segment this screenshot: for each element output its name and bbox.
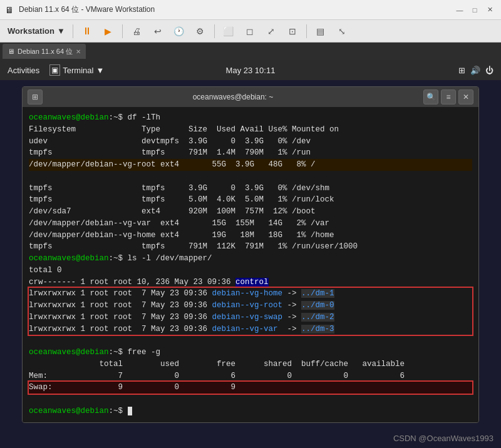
activities-button[interactable]: Activities bbox=[8, 66, 39, 75]
terminal-body[interactable]: oceanwaves@debian:~$ df -lTh Filesystem … bbox=[23, 107, 478, 422]
ls-total: total 0 bbox=[29, 266, 62, 275]
df-row-sda7: /dev/sda7 ext4 920M 100M 757M 12% /boot bbox=[29, 207, 316, 216]
minimize-button[interactable]: — bbox=[453, 4, 466, 16]
cursor-block bbox=[128, 407, 133, 415]
prompt-2: oceanwaves@debian bbox=[29, 254, 109, 263]
terminal-right-buttons: 🔍 ≡ ✕ bbox=[423, 89, 473, 104]
close-icon: ✕ bbox=[463, 93, 469, 101]
link-var: debian--vg-var bbox=[212, 325, 278, 333]
toolbar-separator-4 bbox=[306, 24, 307, 38]
terminal-dropdown-icon: ▼ bbox=[96, 66, 104, 75]
terminal-close-button[interactable]: ✕ bbox=[458, 89, 473, 104]
link-home: debian--vg-home bbox=[212, 289, 283, 298]
revert-button[interactable]: ↩ bbox=[149, 23, 167, 40]
vmware-toolbar: Workstation ▼ ⏸ ▶ 🖨 ↩ 🕐 ⚙ ⬜ ◻ ⤢ ⊡ ▤ ⤡ bbox=[0, 20, 501, 43]
terminal-titlebar: ⊞ oceanwaves@debian: ~ 🔍 ≡ ✕ bbox=[23, 87, 478, 107]
df-row-var: /dev/mapper/debian--vg-var ext4 15G 155M… bbox=[29, 219, 329, 228]
target-root: ../dm-0 bbox=[301, 301, 334, 310]
target-home: ../dm-1 bbox=[301, 289, 334, 298]
target-swap: ../dm-2 bbox=[301, 313, 334, 322]
terminal-menu-button[interactable]: ≡ bbox=[441, 89, 456, 104]
power-icon[interactable]: ⏻ bbox=[485, 66, 493, 75]
desktop-topbar-wrapper: Activities ▣ Terminal ▼ May 23 10:11 ⊞ 🔊… bbox=[0, 60, 501, 80]
pause-icon: ⏸ bbox=[82, 26, 92, 37]
hamburger-icon: ≡ bbox=[446, 93, 450, 101]
fullscreen-button[interactable]: ⬜ bbox=[220, 23, 237, 40]
fit-icon: ⤢ bbox=[267, 26, 275, 36]
cmd-free: free -g bbox=[128, 348, 161, 357]
vm-tab-close-button[interactable]: ✕ bbox=[76, 48, 81, 55]
vm-tab-icon: 🖥 bbox=[8, 48, 14, 55]
prompt-1: oceanwaves@debian bbox=[29, 113, 109, 122]
window-title: Debian 11.x 64 位 - VMware Workstation bbox=[19, 4, 448, 15]
revert-icon: ↩ bbox=[154, 26, 162, 36]
resume-button[interactable]: ▶ bbox=[100, 23, 117, 40]
df-header: Filesystem Type Size Used Avail Use% Mou… bbox=[29, 125, 339, 134]
ls-row-swap: lrwxrwxrwx 1 root root 7 May 23 09:36 de… bbox=[29, 313, 334, 322]
df-row-user: tmpfs tmpfs 791M 112K 791M 1% /run/user/… bbox=[29, 242, 358, 251]
vm-content-area: ⊞ oceanwaves@debian: ~ 🔍 ≡ ✕ oceanwaves@… bbox=[0, 80, 501, 448]
workstation-menu[interactable]: Workstation ▼ bbox=[5, 25, 68, 37]
network-icon[interactable]: ⊞ bbox=[458, 66, 465, 75]
prompt-symbol-1: :~$ bbox=[109, 113, 128, 122]
pause-button[interactable]: ⏸ bbox=[78, 23, 96, 40]
free-swap-row: Swap: 9 0 9 bbox=[29, 382, 472, 394]
app-icon: 🖥 bbox=[5, 5, 14, 15]
unity-button[interactable]: ◻ bbox=[241, 23, 259, 40]
console-button[interactable]: ▤ bbox=[312, 23, 329, 40]
terminal-screen-icon: ▣ bbox=[49, 64, 60, 76]
target-var: ../dm-3 bbox=[301, 325, 334, 333]
df-row-root: /dev/mapper/debian--vg-root ext4 55G 3.9… bbox=[29, 159, 472, 171]
df-row-tmpfs1: tmpfs tmpfs 791M 1.4M 790M 1% /run bbox=[29, 148, 311, 157]
view-icon: ⤡ bbox=[338, 26, 346, 36]
free-header: total used free shared buff/cache availa… bbox=[29, 360, 405, 369]
prompt-4: oceanwaves@debian bbox=[29, 407, 109, 415]
ls-row-rootvg: lrwxrwxrwx 1 root root 7 May 23 09:36 de… bbox=[29, 301, 334, 310]
unity-icon: ◻ bbox=[246, 26, 254, 36]
settings-button[interactable]: ⚙ bbox=[192, 23, 209, 40]
vm-tab[interactable]: 🖥 Debian 11.x 64 位 ✕ bbox=[3, 44, 86, 59]
link-root: debian--vg-root bbox=[212, 301, 283, 310]
cmd-df: df -lTh bbox=[128, 113, 161, 122]
df-row-home: /dev/mapper/debian--vg-home ext4 19G 18M… bbox=[29, 231, 334, 240]
link-swap: debian--vg-swap bbox=[212, 313, 283, 322]
terminal-new-tab-button[interactable]: ⊞ bbox=[28, 89, 43, 104]
prompt-symbol-3: :~$ bbox=[109, 348, 128, 357]
watermark: CSDN @OceanWaves1993 bbox=[393, 434, 493, 443]
view-button[interactable]: ⤡ bbox=[333, 23, 351, 40]
snapshot-manager-button[interactable]: 🕐 bbox=[170, 23, 188, 40]
ls-row-var: lrwxrwxrwx 1 root root 7 May 23 09:36 de… bbox=[29, 325, 334, 333]
settings-icon: ⚙ bbox=[196, 26, 204, 36]
snapshot-button[interactable]: 🖨 bbox=[128, 23, 145, 40]
prompt-3: oceanwaves@debian bbox=[29, 348, 109, 357]
ls-row-home: lrwxrwxrwx 1 root root 7 May 23 09:36 de… bbox=[29, 289, 334, 298]
volume-icon[interactable]: 🔊 bbox=[470, 66, 480, 75]
snapshot-manager-icon: 🕐 bbox=[173, 26, 184, 36]
desktop-clock: May 23 10:11 bbox=[226, 66, 276, 75]
search-icon: 🔍 bbox=[426, 93, 436, 101]
toolbar-separator-2 bbox=[122, 24, 123, 38]
workstation-label: Workstation bbox=[8, 26, 54, 36]
prompt-symbol-2: :~$ bbox=[109, 254, 128, 263]
control-highlight: control bbox=[235, 278, 269, 287]
toolbar-separator-1 bbox=[73, 24, 73, 38]
autofit-icon: ⊡ bbox=[289, 26, 296, 36]
maximize-button[interactable]: □ bbox=[468, 4, 481, 16]
prompt-symbol-4: :~$ bbox=[109, 407, 128, 415]
ls-rows-boxed: lrwxrwxrwx 1 root root 7 May 23 09:36 de… bbox=[29, 288, 472, 335]
df-row-tmpfs2: tmpfs tmpfs 3.9G 0 3.9G 0% /dev/shm bbox=[29, 184, 329, 193]
new-tab-icon: ⊞ bbox=[32, 93, 38, 101]
resume-icon: ▶ bbox=[105, 26, 111, 36]
terminal-menu[interactable]: ▣ Terminal ▼ bbox=[49, 64, 104, 76]
ls-row-control: crw------- 1 root root 10, 236 May 23 09… bbox=[29, 278, 269, 287]
autofit-button[interactable]: ⊡ bbox=[284, 23, 301, 40]
vm-tab-bar: 🖥 Debian 11.x 64 位 ✕ bbox=[0, 43, 501, 60]
snapshot-icon: 🖨 bbox=[132, 26, 141, 36]
terminal-search-button[interactable]: 🔍 bbox=[423, 89, 438, 104]
desktop-right-controls: ⊞ 🔊 ⏻ bbox=[458, 66, 493, 75]
fit-button[interactable]: ⤢ bbox=[262, 23, 280, 40]
close-window-button[interactable]: ✕ bbox=[483, 4, 496, 16]
cmd-ls: ls -l /dev/mapper/ bbox=[128, 254, 212, 263]
df-row-udev: udev devtmpfs 3.9G 0 3.9G 0% /dev bbox=[29, 137, 311, 146]
terminal-window: ⊞ oceanwaves@debian: ~ 🔍 ≡ ✕ oceanwaves@… bbox=[22, 86, 479, 423]
